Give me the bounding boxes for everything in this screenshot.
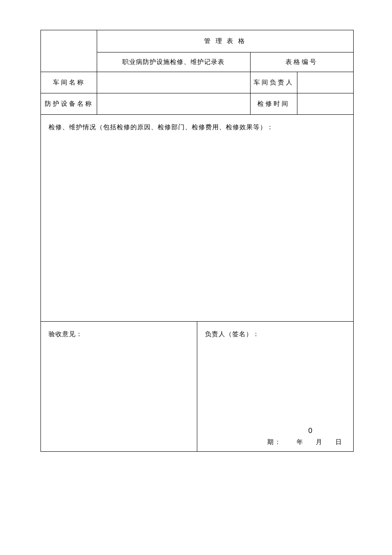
equipment-name-label: 防护设备名称 [41, 93, 97, 115]
repair-time-value[interactable] [297, 93, 353, 115]
form-title: 管 理 表 格 [97, 30, 354, 52]
signature-section[interactable]: 负责人（签名）： 0 期： 年 月 日 [197, 322, 353, 452]
date-day: 日 [335, 439, 343, 445]
workshop-leader-label: 车间负责人 [250, 72, 297, 93]
workshop-leader-value[interactable] [297, 72, 353, 93]
date-year: 年 [297, 439, 304, 445]
acceptance-section[interactable]: 验收意见： [41, 322, 197, 452]
repair-details-label: 检修、维护情况（包括检修的原因、检修部门、检修费用、检修效果等）： [49, 124, 274, 131]
date-line: 期： 年 月 日 [197, 438, 343, 446]
maintenance-form-table: 管 理 表 格 职业病防护设施检修、维护记录表 表格编号 车间名称 车间负责人 … [40, 30, 354, 452]
workshop-name-value[interactable] [97, 72, 251, 93]
form-number-label: 表格编号 [250, 52, 353, 72]
repair-details-section[interactable]: 检修、维护情况（包括检修的原因、检修部门、检修费用、检修效果等）： [41, 115, 354, 322]
workshop-name-label: 车间名称 [41, 72, 97, 93]
signer-label: 负责人（签名）： [205, 331, 259, 337]
form-subtitle: 职业病防护设施检修、维护记录表 [97, 52, 251, 72]
acceptance-label: 验收意见： [49, 331, 83, 337]
date-month: 月 [316, 439, 323, 445]
repair-time-label: 检修时间 [250, 93, 297, 115]
logo-cell [41, 30, 97, 72]
date-prefix: 期： [267, 439, 282, 445]
equipment-name-value[interactable] [97, 93, 251, 115]
zero-mark: 0 [308, 427, 313, 435]
